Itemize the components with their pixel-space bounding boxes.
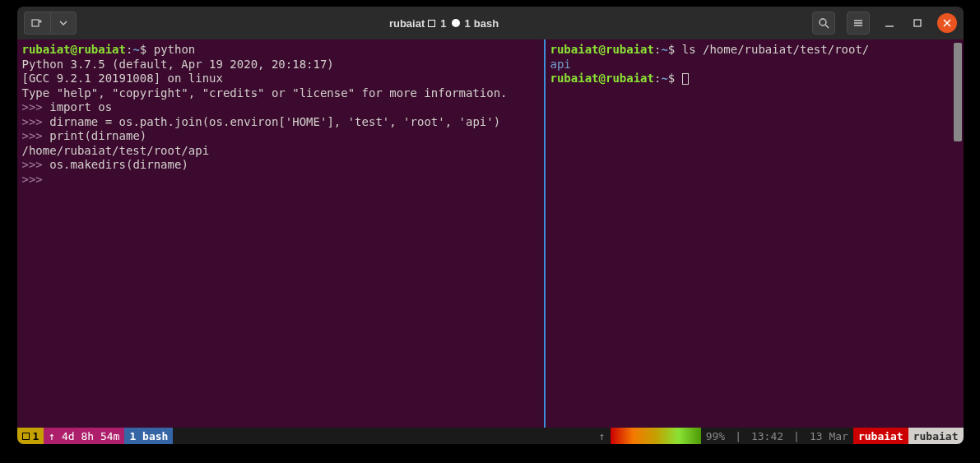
session-box-icon <box>22 433 30 440</box>
status-host-red: rubaiat <box>853 428 908 444</box>
scrollbar[interactable] <box>954 43 962 141</box>
terminal-split: rubaiat@rubaiat:~$ python Python 3.7.5 (… <box>17 39 964 428</box>
repl-output: /home/rubaiat/test/root/api <box>22 144 210 157</box>
prompt-at: @ <box>599 43 606 56</box>
prompt-path: ~ <box>661 43 667 56</box>
prompt-host: rubaiat <box>606 43 654 56</box>
cursor <box>682 73 689 85</box>
status-session[interactable]: 1 <box>17 428 44 444</box>
status-host1-text: rubaiat <box>858 430 903 442</box>
repl-prompt: >>> <box>22 173 43 186</box>
statusbar: 1 ↑ 4d 8h 54m 1 bash ↑ 99% | 13:42 | 13 … <box>17 428 964 444</box>
repl-code: dirname = os.path.join(os.environ['HOME'… <box>49 115 500 128</box>
session-full-icon <box>452 19 460 27</box>
python-banner-2: [GCC 9.2.1 20191008] on linux <box>22 72 223 85</box>
titlebar-right-controls <box>812 12 957 35</box>
search-button[interactable] <box>812 12 835 35</box>
minimize-button[interactable] <box>881 15 898 31</box>
statusbar-right: ↑ 99% | 13:42 | 13 Mar rubaiat rubaiat <box>594 428 964 444</box>
window-title: rubaiat 1 1 bash <box>77 17 812 30</box>
python-banner-1: Python 3.7.5 (default, Apr 19 2020, 20:1… <box>22 58 334 71</box>
svg-rect-0 <box>32 20 39 26</box>
status-date: 13 Mar <box>805 428 853 444</box>
status-battery-text: 99% <box>706 430 725 442</box>
right-pane[interactable]: rubaiat@rubaiat:~$ ls /home/rubaiat/test… <box>546 39 964 428</box>
status-uptime: ↑ 4d 8h 54m <box>44 428 124 444</box>
new-tab-icon <box>31 17 43 29</box>
close-icon <box>943 19 951 27</box>
maximize-icon <box>913 18 922 28</box>
status-gradient <box>611 428 701 444</box>
status-date-text: 13 Mar <box>810 430 848 442</box>
python-banner-3: Type "help", "copyright", "credits" or "… <box>22 86 508 100</box>
close-button[interactable] <box>937 13 957 33</box>
status-session-num: 1 <box>33 430 39 442</box>
prompt-user: rubaiat <box>550 43 599 56</box>
search-icon <box>818 17 829 29</box>
svg-rect-9 <box>914 20 921 26</box>
status-sep-1: | <box>730 428 746 444</box>
prompt-at: @ <box>71 43 77 56</box>
status-window[interactable]: 1 bash <box>124 428 173 444</box>
repl-code: os.makedirs(dirname) <box>49 158 188 171</box>
command-text: ls /home/rubaiat/test/root/ <box>682 43 870 56</box>
minimize-icon <box>885 18 894 28</box>
ls-output: api <box>550 58 571 71</box>
prompt-at: @ <box>599 72 606 85</box>
upload-indicator-icon: ↑ <box>594 428 611 444</box>
command-text: python <box>154 43 196 56</box>
terminal-window: rubaiat 1 1 bash rubaiat@rubaiat:~$ p <box>17 7 964 444</box>
repl-prompt: >>> <box>22 100 43 113</box>
status-host-white: rubaiat <box>908 428 964 444</box>
prompt-symbol: $ <box>668 43 675 56</box>
prompt-user: rubaiat <box>22 43 71 56</box>
status-time-text: 13:42 <box>751 430 783 442</box>
repl-prompt: >>> <box>22 129 43 142</box>
title-session-b: 1 <box>465 17 471 30</box>
prompt-path: ~ <box>132 43 139 56</box>
status-uptime-text: ↑ 4d 8h 54m <box>49 430 119 442</box>
repl-code: print(dirname) <box>49 129 146 142</box>
hamburger-menu-button[interactable] <box>847 12 870 35</box>
svg-point-3 <box>820 19 826 25</box>
left-pane[interactable]: rubaiat@rubaiat:~$ python Python 3.7.5 (… <box>17 39 544 428</box>
svg-line-4 <box>825 25 829 28</box>
status-window-text: 1 bash <box>129 430 168 442</box>
title-session-a: 1 <box>440 17 446 30</box>
titlebar: rubaiat 1 1 bash <box>17 7 964 39</box>
status-time: 13:42 <box>746 428 788 444</box>
status-host2-text: rubaiat <box>913 430 959 442</box>
titlebar-left-controls <box>24 12 77 35</box>
chevron-down-icon <box>59 19 67 27</box>
title-process: bash <box>474 17 499 30</box>
tab-dropdown-button[interactable] <box>50 12 77 35</box>
prompt-host: rubaiat <box>606 72 654 85</box>
status-sep-2: | <box>788 428 805 444</box>
new-tab-button[interactable] <box>24 12 50 35</box>
maximize-button[interactable] <box>909 15 926 31</box>
title-username: rubaiat <box>389 17 425 30</box>
repl-prompt: >>> <box>22 115 43 128</box>
prompt-symbol: $ <box>140 43 146 56</box>
repl-code: import os <box>49 100 112 113</box>
prompt-host: rubaiat <box>77 43 126 56</box>
session-empty-icon <box>428 20 435 27</box>
status-battery: 99% <box>701 428 730 444</box>
repl-prompt: >>> <box>22 158 43 171</box>
hamburger-icon <box>852 17 864 29</box>
prompt-path: ~ <box>661 72 667 85</box>
prompt-user: rubaiat <box>550 72 599 85</box>
prompt-symbol: $ <box>668 72 675 85</box>
